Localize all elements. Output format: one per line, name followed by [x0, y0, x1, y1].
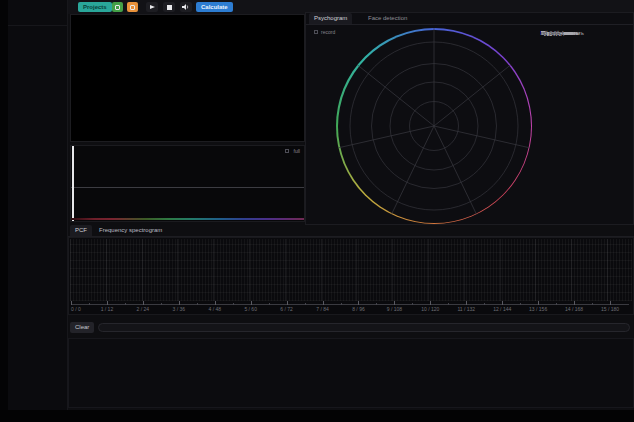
axis-tick-label: 14 / 168 [565, 306, 583, 312]
stop-button[interactable] [163, 2, 175, 12]
axis-tick-minor [89, 303, 90, 305]
orange-tool-icon [130, 5, 135, 10]
axis-tick-minor [161, 303, 162, 305]
full-checkbox[interactable] [285, 149, 289, 153]
video-preview [70, 14, 305, 142]
green-tool-icon [115, 5, 120, 10]
axis-tick-minor [269, 303, 270, 305]
waveform-panel[interactable]: full [70, 145, 305, 222]
waveform-zero-line [71, 187, 304, 188]
axis-tick-label: 2 / 24 [137, 306, 150, 312]
stop-icon [167, 5, 172, 10]
axis-tick-minor [125, 303, 126, 305]
tab-psychogram[interactable]: Psychogram [309, 13, 352, 24]
axis-tick [358, 301, 359, 305]
record-checkbox[interactable] [314, 30, 318, 34]
full-checkbox-label: full [294, 148, 300, 154]
axis-tick-label: 5 / 60 [244, 306, 257, 312]
play-icon [150, 5, 155, 9]
axis-tick-minor [448, 303, 449, 305]
axis-tick [71, 301, 72, 305]
axis-tick [610, 301, 611, 305]
axis-tick [430, 301, 431, 305]
spectrogram-grid [70, 239, 632, 301]
waveform-color-strip [71, 218, 304, 221]
psychogram-grid [336, 28, 532, 224]
lower-empty-panel [68, 338, 634, 408]
axis-tick-label: 8 / 96 [352, 306, 365, 312]
spectrogram-tabs: PCF Frequency spectrogram [68, 225, 634, 237]
axis-tick [466, 301, 467, 305]
axis-tick [394, 301, 395, 305]
axis-tick-label: 3 / 36 [173, 306, 186, 312]
axis-tick [502, 301, 503, 305]
axis-tick [287, 301, 288, 305]
axis-tick-label: 12 / 144 [493, 306, 511, 312]
axis-tick-label: 15 / 180 [601, 306, 619, 312]
left-sidebar [8, 0, 68, 410]
axis-tick [107, 301, 108, 305]
spectrogram-ruler: 0 / 01 / 122 / 243 / 364 / 485 / 606 / 7… [71, 298, 610, 315]
clear-section: Clear [68, 322, 634, 334]
axis-tick-label: 10 / 120 [421, 306, 439, 312]
axis-tick-label: 11 / 132 [457, 306, 475, 312]
clear-button[interactable]: Clear [70, 322, 94, 333]
sidebar-divider [8, 25, 67, 26]
axis-tick-label: 13 / 156 [529, 306, 547, 312]
axis-tick-minor [376, 303, 377, 305]
status-bar [0, 410, 634, 422]
orange-tool-button[interactable] [127, 2, 138, 12]
axis-tick-minor [592, 303, 593, 305]
axis-tick-minor [520, 303, 521, 305]
axis-tick-label: 1 / 12 [101, 306, 114, 312]
axis-tick-minor [197, 303, 198, 305]
axis-tick-label: 0 / 0 [71, 306, 81, 312]
axis-tick-minor [484, 303, 485, 305]
playhead-cursor[interactable] [72, 146, 74, 221]
axis-tick [538, 301, 539, 305]
projects-button[interactable]: Projects [78, 2, 112, 12]
axis-tick-label: 9 / 108 [387, 306, 402, 312]
record-checkbox-label: record [321, 29, 335, 35]
clear-track-bar[interactable] [98, 323, 630, 332]
axis-tick-minor [556, 303, 557, 305]
emotion-value: no detect [541, 30, 564, 37]
ruler-line [71, 304, 629, 305]
left-edge-strip [0, 0, 8, 422]
play-button[interactable] [146, 2, 158, 12]
tab-face-detection[interactable]: Face detection [363, 13, 412, 24]
axis-tick [251, 301, 252, 305]
axis-tick-minor [305, 303, 306, 305]
green-tool-button[interactable] [112, 2, 123, 12]
psychogram-panel: Psychogram Face detection record [305, 12, 634, 225]
axis-tick [179, 301, 180, 305]
axis-tick [143, 301, 144, 305]
axis-tick-minor [233, 303, 234, 305]
spectrogram-panel: 0 / 01 / 122 / 243 / 364 / 485 / 606 / 7… [68, 237, 634, 315]
tab-frequency-spectrogram[interactable]: Frequency spectrogram [94, 225, 167, 236]
tab-underline [306, 24, 633, 25]
axis-tick [323, 301, 324, 305]
axis-tick-minor [341, 303, 342, 305]
axis-tick [215, 301, 216, 305]
axis-tick-label: 6 / 72 [280, 306, 293, 312]
axis-tick [574, 301, 575, 305]
axis-tick-label: 4 / 48 [208, 306, 221, 312]
calculate-button[interactable]: Calculate [196, 2, 233, 12]
volume-icon [182, 4, 190, 10]
axis-tick-minor [412, 303, 413, 305]
tab-pcf[interactable]: PCF [70, 225, 92, 236]
volume-button[interactable] [180, 2, 192, 12]
app-window: Projects Calculate full Psychog [0, 0, 634, 422]
axis-tick-label: 7 / 84 [316, 306, 329, 312]
